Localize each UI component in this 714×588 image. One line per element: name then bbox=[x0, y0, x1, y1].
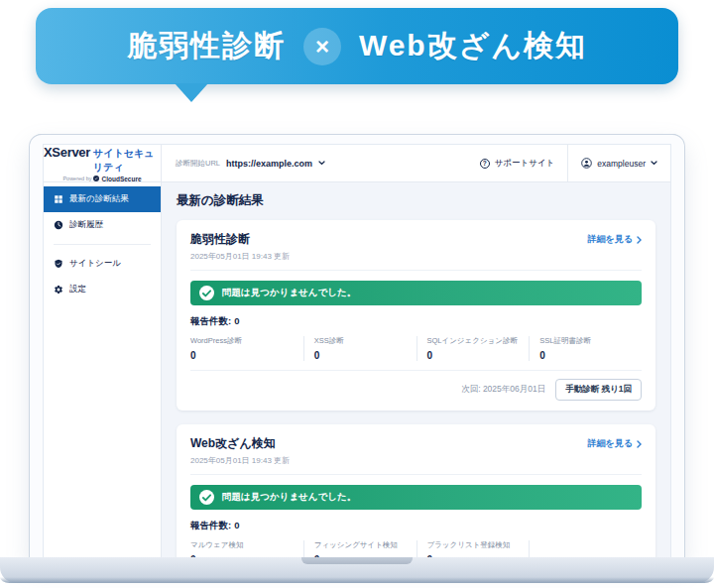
url-label: 診断開始URL bbox=[176, 159, 220, 169]
support-site-link[interactable]: ? サポートサイト bbox=[467, 145, 568, 181]
status-banner: 問題は見つかりませんでした。 bbox=[190, 281, 642, 305]
laptop-base bbox=[0, 557, 714, 583]
cloudsecure-icon bbox=[93, 176, 99, 181]
report-count-row: 報告件数:0 bbox=[190, 520, 642, 532]
status-message: 問題は見つかりませんでした。 bbox=[222, 491, 356, 504]
chevron-down-icon bbox=[651, 161, 657, 166]
header-spacer bbox=[339, 145, 467, 181]
card-title: 脆弱性診断 bbox=[190, 231, 290, 248]
sidebar-item-label: 最新の診断結果 bbox=[69, 193, 129, 205]
status-message: 問題は見つかりませんでした。 bbox=[222, 287, 356, 299]
detail-link-label: 詳細を見る bbox=[588, 233, 633, 246]
brand-line: XServer サイトセキュリティ bbox=[44, 145, 161, 175]
check-icon bbox=[199, 490, 214, 505]
page: 脆弱性診断 × Web改ざん検知 XServer サイトセキュリティ Power… bbox=[0, 0, 714, 588]
detail-link-label: 詳細を見る bbox=[588, 437, 633, 450]
grid-icon bbox=[54, 194, 63, 204]
main-content: 最新の診断結果 脆弱性診断 2025年05月01日 19:43 更新 詳細を見る bbox=[162, 182, 670, 560]
sidebar-item-label: 設定 bbox=[69, 284, 86, 295]
stat-label: マルウェア検知 bbox=[190, 540, 294, 550]
app-header: XServer サイトセキュリティ Powered by CloudSecure… bbox=[44, 145, 670, 182]
card-title-block: 脆弱性診断 2025年05月01日 19:43 更新 bbox=[190, 231, 290, 262]
user-menu[interactable]: exampleuser bbox=[567, 145, 670, 181]
report-count-value: 0 bbox=[234, 315, 239, 326]
user-icon bbox=[581, 158, 592, 169]
promo-banner: 脆弱性診断 × Web改ざん検知 bbox=[36, 8, 678, 84]
sidebar-item-label: サイトシール bbox=[69, 258, 121, 270]
brand-logo: XServer サイトセキュリティ Powered by CloudSecure bbox=[44, 145, 162, 181]
card-footer: 次回: 2025年06月01日 手動診断 残り1回 bbox=[190, 371, 642, 401]
stat-label: SSL証明書診断 bbox=[539, 336, 632, 346]
detail-link[interactable]: 詳細を見る bbox=[588, 437, 642, 450]
report-count-row: 報告件数:0 bbox=[190, 315, 642, 328]
stat-value: 0 bbox=[539, 350, 632, 361]
support-site-label: サポートサイト bbox=[495, 158, 555, 170]
app-body: 最新の診断結果 診断履歴 サイトシール bbox=[44, 182, 670, 560]
detail-link[interactable]: 詳細を見る bbox=[588, 233, 642, 246]
stat-label: WordPress診断 bbox=[190, 336, 294, 346]
help-icon: ? bbox=[480, 159, 490, 169]
laptop-base-notch bbox=[301, 557, 413, 564]
powered-by-line: Powered by CloudSecure bbox=[62, 176, 141, 182]
banner-tail bbox=[175, 83, 208, 102]
banner-left-text: 脆弱性診断 bbox=[127, 26, 286, 66]
report-count-value: 0 bbox=[234, 520, 239, 530]
page-title: 最新の診断結果 bbox=[177, 192, 655, 209]
sidebar-item-label: 診断履歴 bbox=[69, 219, 103, 231]
chevron-right-icon bbox=[637, 440, 642, 448]
card-title: Web改ざん検知 bbox=[190, 435, 290, 452]
stat-value: 0 bbox=[190, 350, 294, 361]
sidebar-item-history[interactable]: 診断履歴 bbox=[44, 212, 161, 238]
card-title-block: Web改ざん検知 2025年05月01日 19:43 更新 bbox=[190, 435, 290, 466]
user-name: exampleuser bbox=[597, 159, 646, 169]
app-window: XServer サイトセキュリティ Powered by CloudSecure… bbox=[43, 144, 671, 560]
brand-name: XServer bbox=[44, 145, 90, 160]
chevron-down-icon bbox=[318, 161, 325, 166]
stat-ssl-cert: SSL証明書診断 0 bbox=[529, 336, 642, 361]
sidebar: 最新の診断結果 診断履歴 サイトシール bbox=[44, 182, 162, 560]
report-count-label: 報告件数: bbox=[190, 315, 231, 326]
stat-label: フィッシングサイト検知 bbox=[314, 540, 407, 550]
sidebar-item-settings[interactable]: 設定 bbox=[44, 277, 161, 302]
report-count-label: 報告件数: bbox=[190, 520, 231, 530]
stat-xss: XSS診断 0 bbox=[303, 336, 416, 361]
laptop-mockup: XServer サイトセキュリティ Powered by CloudSecure… bbox=[30, 135, 684, 560]
clock-icon bbox=[54, 220, 63, 230]
stat-wordpress: WordPress診断 0 bbox=[190, 336, 303, 361]
card-updated: 2025年05月01日 19:43 更新 bbox=[190, 455, 290, 466]
brand-suffix: サイトセキュリティ bbox=[93, 147, 161, 175]
shield-icon bbox=[54, 259, 63, 269]
gear-icon bbox=[54, 285, 63, 294]
powered-by-brand: CloudSecure bbox=[101, 176, 141, 182]
sidebar-item-site-seal[interactable]: サイトシール bbox=[44, 251, 161, 277]
stat-label: XSS診断 bbox=[314, 336, 407, 346]
stat-value: 0 bbox=[427, 350, 520, 361]
cross-icon: × bbox=[303, 28, 341, 65]
stat-label: ブラックリスト登録検知 bbox=[427, 540, 520, 550]
check-icon bbox=[199, 286, 214, 300]
next-diagnosis-date: 次回: 2025年06月01日 bbox=[461, 384, 545, 396]
chevron-right-icon bbox=[637, 236, 642, 244]
stat-sql-injection: SQLインジェクション診断 0 bbox=[416, 336, 530, 361]
cross-glyph: × bbox=[315, 33, 329, 60]
banner-right-text: Web改ざん検知 bbox=[359, 26, 587, 66]
stat-value: 0 bbox=[314, 350, 407, 361]
card-header: Web改ざん検知 2025年05月01日 19:43 更新 詳細を見る bbox=[190, 435, 642, 475]
sidebar-divider bbox=[54, 244, 151, 245]
powered-by-label: Powered by bbox=[62, 176, 91, 181]
manual-diagnosis-button[interactable]: 手動診断 残り1回 bbox=[555, 379, 642, 401]
sidebar-item-latest-results[interactable]: 最新の診断結果 bbox=[44, 186, 161, 212]
card-header: 脆弱性診断 2025年05月01日 19:43 更新 詳細を見る bbox=[190, 231, 642, 271]
stats-row: WordPress診断 0 XSS診断 0 SQLインジェクション診断 0 bbox=[190, 336, 642, 371]
tampering-card: Web改ざん検知 2025年05月01日 19:43 更新 詳細を見る bbox=[177, 424, 655, 560]
vulnerability-card: 脆弱性診断 2025年05月01日 19:43 更新 詳細を見る bbox=[177, 220, 655, 411]
diagnosis-url-selector[interactable]: 診断開始URL https://example.com bbox=[162, 145, 339, 181]
card-updated: 2025年05月01日 19:43 更新 bbox=[190, 251, 290, 262]
status-banner: 問題は見つかりませんでした。 bbox=[190, 485, 642, 510]
stat-label: SQLインジェクション診断 bbox=[427, 336, 520, 346]
url-value: https://example.com bbox=[226, 159, 312, 169]
